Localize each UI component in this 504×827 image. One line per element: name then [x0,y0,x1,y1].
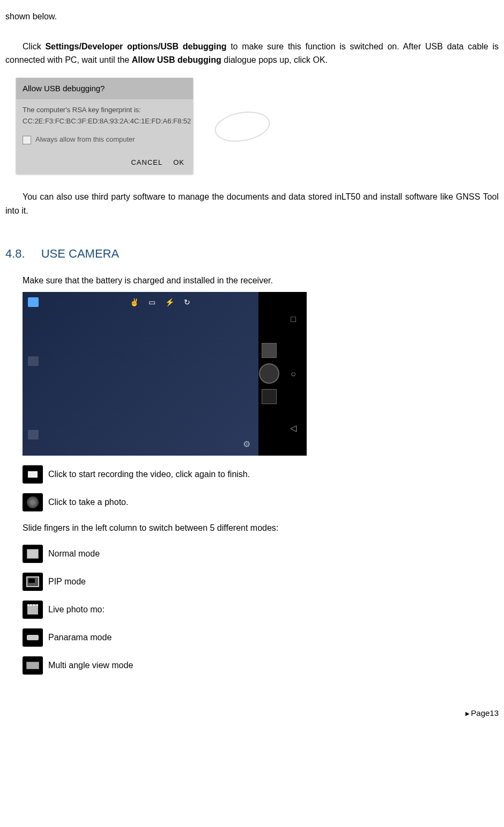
video-icon [23,465,43,484]
camera-main-area: ✌ ▭ ⚡ ↻ ⚙ [23,292,258,456]
switch-camera-icon[interactable]: ↻ [184,296,190,308]
shutter-icon [23,493,43,511]
multi-mode-item: Multi angle view mode [23,656,499,675]
camera-intro: Make sure that the battery is charged an… [23,274,499,288]
live-mode-item: Live photo mo: [23,601,499,619]
p1-suffix: dialogue pops up, click OK. [221,55,328,64]
dialog-checkbox-row: Always allow from this computer [16,132,193,152]
pip-mode-item: PIP mode [23,573,499,591]
section-title: USE CAMERA [41,247,119,260]
usb-dialog: Allow USB debugging? The computer's RSA … [16,78,193,174]
dialog-screenshot-row: Allow USB debugging? The computer's RSA … [16,78,499,174]
camera-screenshot: ✌ ▭ ⚡ ↻ ⚙ □ ○ ◁ [23,292,307,456]
usb-paragraph: Click Settings/Developer options/USB deb… [5,40,499,67]
dialog-title: Allow USB debugging? [16,78,193,99]
mode-icon-2[interactable] [28,430,39,440]
slide-text: Slide fingers in the left column to swit… [23,521,499,535]
shutter-button[interactable] [259,363,279,384]
p1-prefix: Click [23,42,45,51]
video-text: Click to start recording the video, clic… [48,467,250,481]
back-icon[interactable]: ◁ [290,421,297,435]
checkbox-icon[interactable] [23,136,31,144]
section-num: 4.8. [5,247,25,260]
dialog-body-line2: CC:2E:F3:FC:BC:3F:ED:8A:93:2A:4C:1E:FD:A… [23,116,187,127]
dialog-body-line1: The computer's RSA key fingerprint is: [23,105,187,116]
settings-gear-icon[interactable]: ⚙ [243,437,250,451]
hdr-icon[interactable]: ▭ [149,296,155,308]
multi-text: Multi angle view mode [48,658,133,672]
intro-fragment: shown below. [5,10,499,24]
normal-mode-item: Normal mode [23,545,499,563]
mode-icon[interactable] [28,356,39,366]
live-text: Live photo mo: [48,603,105,617]
multi-mode-icon [23,656,43,675]
pano-mode-icon [23,628,43,647]
dialog-buttons: CANCEL OK [16,152,193,174]
recent-apps-icon[interactable]: □ [291,312,296,326]
dialog-body: The computer's RSA key fingerprint is: C… [16,99,193,133]
p1-bold2: Allow USB debugging [132,55,221,64]
pip-text: PIP mode [48,575,86,589]
ok-button[interactable]: OK [173,157,184,169]
thumbnail-preview[interactable] [262,343,277,358]
video-record-button[interactable] [262,389,277,404]
live-mode-icon [23,601,43,619]
flash-icon[interactable]: ⚡ [165,296,174,308]
camera-top-icons: ✌ ▭ ⚡ ↻ [130,296,190,308]
page-footer: Page13 [5,707,499,720]
third-party-para: You can also use third party software to… [5,190,499,217]
normal-mode-icon [23,545,43,563]
video-item: Click to start recording the video, clic… [23,465,499,484]
effect-icon[interactable]: ✌ [130,296,139,308]
p1-bold1: Settings/Developer options/USB debugging [45,42,226,51]
pano-mode-item: Panarama mode [23,628,499,647]
pano-text: Panarama mode [48,631,112,645]
cancel-button[interactable]: CANCEL [131,157,162,169]
normal-text: Normal mode [48,547,100,561]
gallery-icon[interactable] [28,297,39,307]
photo-item: Click to take a photo. [23,493,499,511]
nav-bar: □ ○ ◁ [280,292,307,456]
dialog-checkbox-label: Always allow from this computer [35,134,135,145]
camera-shutter-column [258,292,280,456]
section-heading: 4.8.USE CAMERA [5,244,499,263]
home-icon[interactable]: ○ [291,367,296,381]
pip-mode-icon [23,573,43,591]
photo-text: Click to take a photo. [48,495,128,509]
cable-image [204,101,284,150]
